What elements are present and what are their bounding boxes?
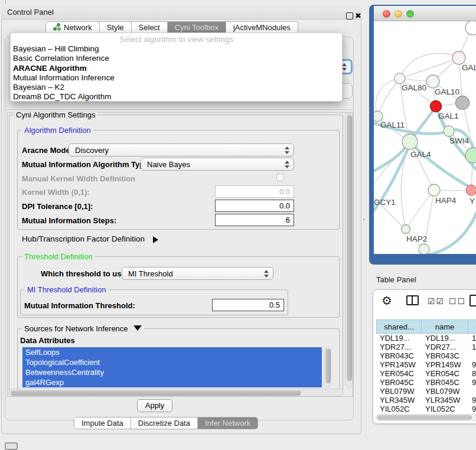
table-cell: YBL079W <box>376 387 422 396</box>
table-cell: YBR043C <box>376 351 422 360</box>
tab-label: Discretize Data <box>138 419 190 428</box>
tab-jactivemnodules[interactable]: jActiveMNodules <box>226 22 298 33</box>
network-node-gal1[interactable] <box>431 101 442 112</box>
table-cell: YBL079W <box>422 387 468 396</box>
combo-stepper-icon <box>284 160 289 169</box>
node-label-gal11: GAL11 <box>380 120 405 129</box>
column-split-icon[interactable] <box>406 295 419 305</box>
control-panel-titlebar: Control Panel ✖ <box>1 5 361 19</box>
data-attribute-selfloops[interactable]: SelfLoops <box>22 347 322 357</box>
select-all-checkboxes-icon[interactable]: ☑☑ <box>428 296 445 306</box>
algorithm-option-bayesian-hill-climbing[interactable]: Bayesian – Hill Climbing <box>12 44 341 54</box>
mi-steps-label: Mutual Information Steps: <box>22 216 116 225</box>
window-zoom-icon[interactable] <box>406 10 414 18</box>
hub-definition-label: Hub/Transcription Factor Definition <box>22 234 145 243</box>
mi-steps-field[interactable]: 6 <box>215 214 294 226</box>
algorithm-placeholder: Select algorithm to view settings <box>11 35 342 44</box>
kernel-width-field[interactable]: 0.0 <box>215 185 294 198</box>
algorithm-option-basic-correlation-inference[interactable]: Basic Correlation Inference <box>12 54 341 63</box>
table-header-row: shared...nameA <box>376 319 476 334</box>
data-attribute-gal4rgexp[interactable]: gal4RGexp <box>22 377 322 387</box>
table-row[interactable]: YDL19...YDL19...13 <box>376 334 476 343</box>
panel-splitter-handle[interactable]: ▪ <box>363 218 366 224</box>
mi-type-value: Naive Bayes <box>147 160 190 169</box>
gear-icon[interactable]: ⚙ <box>382 294 392 308</box>
aracne-mode-value: Discovery <box>75 146 109 155</box>
network-node-hap4[interactable] <box>428 184 440 196</box>
manual-kernel-checkbox[interactable] <box>276 174 284 181</box>
algorithm-option-aracne-algorithm[interactable]: ARACNE Algorithm <box>12 64 341 73</box>
network-node-y[interactable] <box>466 185 476 195</box>
table-row[interactable]: YER054CYER054C8. <box>376 369 476 378</box>
settings-horizontal-scrollbar[interactable] <box>8 389 344 396</box>
network-node[interactable] <box>419 244 429 254</box>
network-node-swi4[interactable] <box>444 126 454 136</box>
column-header-a[interactable]: A <box>468 319 476 334</box>
window-minimize-icon[interactable] <box>395 10 402 18</box>
attribute-list-scrollbar[interactable] <box>324 347 331 387</box>
network-node-gal4[interactable] <box>402 134 418 149</box>
sources-collapse-arrow-icon[interactable] <box>133 325 142 331</box>
tab-cyni-toolbox[interactable]: Cyni Toolbox <box>168 22 226 33</box>
which-threshold-label: Which threshold to use: <box>41 269 128 278</box>
apply-button[interactable]: Apply <box>137 399 172 412</box>
deselect-all-checkboxes-icon[interactable]: ☐☐ <box>449 296 466 306</box>
settings-vertical-scrollbar[interactable] <box>345 113 353 388</box>
algorithm-option-bayesian-k2[interactable]: Bayesian – K2 <box>12 83 341 92</box>
export-table-icon[interactable] <box>470 295 476 306</box>
which-threshold-value: MI Threshold <box>128 269 173 278</box>
mi-type-label: Mutual Information Algorithm Type: <box>22 160 151 169</box>
close-panel-icon[interactable]: ✖ <box>355 11 361 20</box>
dpi-tolerance-field[interactable]: 0.0 <box>215 200 294 212</box>
node-table: shared...nameA YDL19...YDL19...13YDR27..… <box>376 319 476 413</box>
algorithm-option-dream8-dc-tdc-algorithm[interactable]: Dream8 DC_TDC Algorithm <box>12 92 341 102</box>
tab-infer-network[interactable]: Infer Network <box>198 418 257 429</box>
table-row[interactable]: YPR145WYPR145W9. <box>376 360 476 369</box>
network-node-hap2[interactable] <box>402 225 410 234</box>
which-threshold-combo[interactable]: MI Threshold <box>122 267 273 280</box>
network-node-gal[interactable] <box>452 51 465 64</box>
network-node-gal10[interactable] <box>426 75 439 88</box>
table-row[interactable]: YBR043CYBR043C <box>376 351 476 360</box>
hub-expand-arrow-icon[interactable] <box>153 234 158 245</box>
table-cell: YIL052C <box>422 405 468 413</box>
table-cell: 12 <box>468 343 476 351</box>
data-attributes-list: SelfLoopsTopologicalCoefficientBetweenne… <box>22 347 337 387</box>
data-attributes-label: Data Attributes <box>20 336 75 345</box>
window-close-icon[interactable] <box>383 10 390 18</box>
algorithm-option-mutual-information-inference[interactable]: Mutual Information Inference <box>12 73 341 83</box>
table-cell <box>468 387 476 396</box>
network-node[interactable] <box>465 21 476 35</box>
tab-discretize-data[interactable]: Discretize Data <box>131 418 198 429</box>
table-row[interactable]: YIL052CYIL052C9 <box>376 405 476 413</box>
table-row[interactable]: YBL079WYBL079W <box>376 387 476 396</box>
tab-select[interactable]: Select <box>132 22 168 33</box>
tab-network[interactable]: Network <box>46 22 100 33</box>
aracne-mode-combo[interactable]: Discovery <box>69 144 294 156</box>
float-panel-icon[interactable] <box>346 12 353 19</box>
column-header-shared[interactable]: shared... <box>376 319 422 334</box>
mi-algorithm-type-combo[interactable]: Naive Bayes <box>141 158 294 171</box>
table-row[interactable]: YLR345WYLR345W9. <box>376 396 476 405</box>
network-canvas[interactable]: GALGAL80GAL10GAL1GAL11GAL4SWI4GCY1HAP4YH… <box>374 21 476 254</box>
network-node[interactable] <box>456 96 470 110</box>
mi-threshold-field[interactable]: 0.5 <box>212 299 284 311</box>
network-node-gal80[interactable] <box>395 73 405 84</box>
table-horizontal-scrollbar[interactable] <box>376 414 476 421</box>
table-cell: YDL19... <box>376 334 422 343</box>
sources-title-text: Sources for Network Inference <box>24 324 128 333</box>
table-cell: 9. <box>468 396 476 405</box>
tab-style[interactable]: Style <box>100 22 132 33</box>
data-attribute-topologicalcoefficient[interactable]: TopologicalCoefficient <box>22 357 322 367</box>
table-row[interactable]: YDR27...YDR27...12 <box>376 343 476 351</box>
aracne-mode-label: Aracne Mode: <box>22 146 73 155</box>
control-panel-title: Control Panel <box>7 8 54 17</box>
tab-impute-data[interactable]: Impute Data <box>74 418 131 429</box>
tab-label: Network <box>64 23 92 32</box>
network-window-titlebar[interactable] <box>374 6 476 21</box>
column-header-name[interactable]: name <box>422 319 468 334</box>
corner-widget-icon[interactable] <box>5 442 18 450</box>
data-attribute-betweennesscentrality[interactable]: BetweennessCentrality <box>22 367 322 377</box>
table-row[interactable]: YBR045CYBR045C9. <box>376 378 476 387</box>
screen: Control Panel ✖ NetworkStyleSelectCyni T… <box>0 0 476 450</box>
